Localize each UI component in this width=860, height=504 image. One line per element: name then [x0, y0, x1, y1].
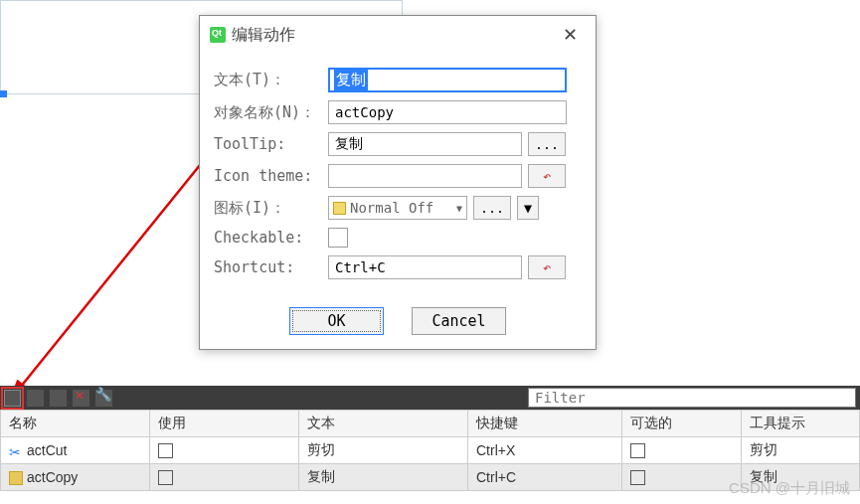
- icon-combo[interactable]: Normal Off ▼: [328, 196, 467, 220]
- table-header-row: 名称 使用 文本 快捷键 可选的 工具提示: [1, 411, 860, 437]
- dialog-title-text: 编辑动作: [232, 25, 295, 46]
- actions-table: 名称 使用 文本 快捷键 可选的 工具提示 ✂actCut 剪切 Ctrl+X …: [0, 410, 860, 491]
- shortcut-label: Shortcut:: [214, 258, 328, 276]
- copy-icon: [9, 471, 23, 485]
- table-row[interactable]: ✂actCut 剪切 Ctrl+X 剪切: [1, 437, 860, 464]
- checkable-label: Checkable:: [214, 229, 328, 247]
- configure-icon[interactable]: [95, 390, 112, 407]
- shortcut-reset-button[interactable]: ↶: [528, 255, 566, 279]
- tooltip-more-button[interactable]: ...: [528, 132, 566, 156]
- col-name[interactable]: 名称: [1, 411, 150, 437]
- used-checkbox[interactable]: [158, 443, 173, 458]
- col-text[interactable]: 文本: [299, 411, 468, 437]
- ok-button[interactable]: OK: [289, 307, 384, 335]
- col-shortcut[interactable]: 快捷键: [468, 411, 622, 437]
- scissors-icon: ✂: [9, 444, 23, 458]
- col-used[interactable]: 使用: [150, 411, 299, 437]
- text-input[interactable]: 复制: [328, 68, 567, 92]
- used-checkbox[interactable]: [158, 470, 173, 485]
- icontheme-input[interactable]: [328, 164, 522, 188]
- filter-input[interactable]: [528, 388, 856, 408]
- checkable-checkbox[interactable]: [630, 470, 645, 485]
- objectname-label: 对象名称(N)：: [214, 103, 328, 122]
- cut-icon[interactable]: [50, 390, 67, 407]
- dialog-close-button[interactable]: ✕: [555, 22, 586, 48]
- copy-icon: [333, 202, 346, 215]
- delete-icon[interactable]: [73, 390, 89, 407]
- open-icon[interactable]: [27, 390, 44, 407]
- dialog-titlebar: 编辑动作 ✕: [200, 16, 596, 54]
- icon-dropdown-button[interactable]: ▼: [517, 196, 539, 220]
- chevron-down-icon: ▼: [456, 203, 462, 214]
- tooltip-label: ToolTip:: [214, 135, 328, 153]
- col-checkable[interactable]: 可选的: [622, 411, 742, 437]
- cancel-button[interactable]: Cancel: [412, 307, 506, 335]
- objectname-input[interactable]: [328, 100, 567, 124]
- col-tooltip[interactable]: 工具提示: [742, 411, 860, 437]
- icontheme-label: Icon theme:: [214, 167, 328, 185]
- new-action-icon[interactable]: [4, 390, 21, 407]
- icon-label: 图标(I)：: [214, 199, 328, 218]
- edit-action-dialog: 编辑动作 ✕ 文本(T)： 复制 对象名称(N)： ToolTip: ... I…: [199, 15, 597, 350]
- svg-line-0: [20, 154, 209, 388]
- icontheme-reset-button[interactable]: ↶: [528, 164, 566, 188]
- shortcut-input[interactable]: [328, 255, 522, 279]
- resize-handle[interactable]: [0, 90, 7, 97]
- qt-icon: [210, 27, 226, 43]
- text-label: 文本(T)：: [214, 71, 328, 89]
- table-row[interactable]: actCopy 复制 Ctrl+C 复制: [1, 464, 860, 491]
- checkable-checkbox[interactable]: [630, 443, 645, 458]
- action-toolbar: [0, 386, 860, 410]
- icon-more-button[interactable]: ...: [473, 196, 511, 220]
- tooltip-input[interactable]: [328, 132, 522, 156]
- checkable-checkbox[interactable]: [328, 228, 348, 248]
